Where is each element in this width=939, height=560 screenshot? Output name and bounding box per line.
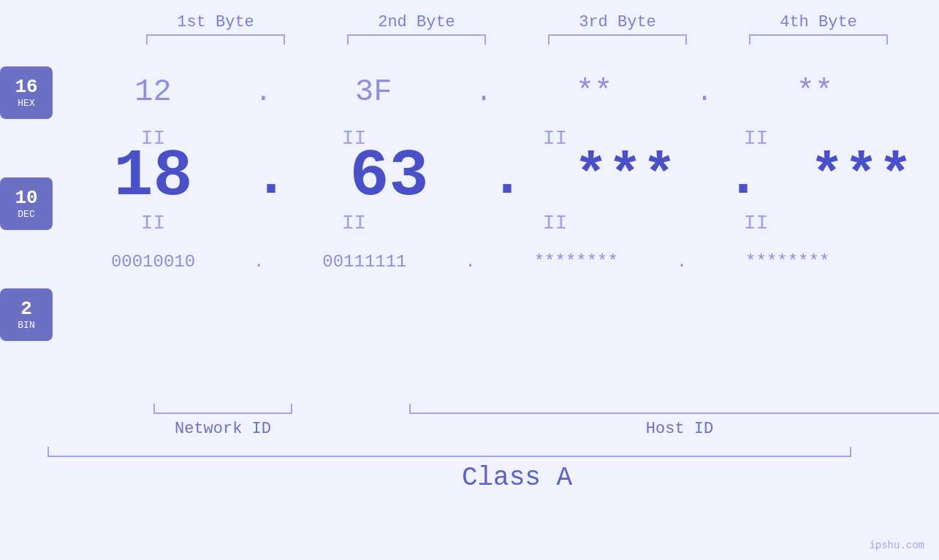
bin-badge-number: 2 (20, 299, 32, 320)
host-id-label: Host ID (398, 420, 939, 438)
id-labels-row: Network ID Host ID (47, 420, 939, 438)
bin-cell-1: 00010010 (53, 252, 254, 272)
network-bracket-line (153, 404, 292, 414)
main-area: 16 HEX 10 DEC 2 BIN 12 . 3F (0, 52, 939, 399)
dec-value-4: *** (810, 145, 912, 209)
hex-dot-2: . (476, 77, 493, 108)
bottom-brackets (47, 404, 939, 414)
bracket-1 (115, 34, 316, 45)
top-brackets (47, 34, 939, 45)
hex-row: 12 . 3F . ** . ** (53, 59, 939, 125)
hex-value-2: 3F (355, 74, 392, 110)
dec-badge-number: 10 (15, 188, 37, 209)
bracket-line-3 (548, 34, 687, 45)
hex-dot-3: . (696, 77, 713, 108)
bin-cell-2: 00111111 (264, 252, 465, 272)
dec-dot-3: . (726, 144, 761, 210)
bracket-2 (316, 34, 517, 45)
dec-value-2: 63 (350, 139, 429, 214)
hex-dot-1: . (255, 77, 272, 108)
badges-column: 16 HEX 10 DEC 2 BIN (0, 52, 53, 399)
bin-value-4: ******** (745, 252, 829, 272)
bin-cell-4: ******** (687, 252, 888, 272)
hex-badge-number: 16 (15, 77, 37, 98)
dec-cell-2: 63 (289, 139, 490, 214)
bin-badge: 2 BIN (0, 288, 53, 341)
watermark: ipshu.com (869, 540, 924, 551)
hex-cell-4: ** (714, 74, 915, 110)
bracket-line-1 (146, 34, 285, 45)
bin-value-2: 00111111 (322, 252, 406, 272)
hex-value-1: 12 (134, 74, 171, 110)
dec-dot-1: . (254, 144, 289, 210)
values-area: 12 . 3F . ** . ** II II II II (53, 52, 939, 399)
bracket-line-2 (347, 34, 486, 45)
bin-cell-3: ******** (476, 252, 677, 272)
hex-cell-3: ** (494, 74, 695, 110)
dec-row: 18 . 63 . *** . *** (53, 144, 939, 210)
dec-value-3: *** (574, 145, 676, 209)
network-bracket (47, 404, 398, 414)
hex-value-4: ** (797, 74, 833, 110)
bin-dot-2: . (465, 252, 475, 272)
bin-badge-label: BIN (18, 320, 34, 331)
bin-value-3: ******** (534, 252, 618, 272)
class-row: Class A (47, 463, 939, 493)
dec-badge: 10 DEC (0, 177, 53, 230)
byte-header-3: 3rd Byte (517, 13, 718, 31)
bin-dot-1: . (254, 252, 264, 272)
hex-cell-2: 3F (273, 74, 474, 110)
byte-header-2: 2nd Byte (316, 13, 517, 31)
hex-badge-label: HEX (18, 98, 34, 109)
hex-badge: 16 HEX (0, 66, 53, 119)
bin-row: 00010010 . 00111111 . ******** . *******… (53, 229, 939, 294)
host-bracket-line (409, 404, 939, 414)
byte-header-4: 4th Byte (718, 13, 919, 31)
main-container: 1st Byte 2nd Byte 3rd Byte 4th Byte 16 H… (0, 0, 939, 560)
dec-badge-label: DEC (18, 209, 34, 220)
bracket-3 (517, 34, 718, 45)
dec-dot-2: . (490, 144, 525, 210)
hex-cell-1: 12 (53, 74, 254, 110)
dec-cell-3: *** (525, 145, 726, 209)
host-bracket (398, 404, 939, 414)
class-bracket-row (47, 447, 939, 457)
byte-header-1: 1st Byte (115, 13, 316, 31)
bracket-line-4 (749, 34, 888, 45)
class-label: Class A (115, 463, 919, 493)
hex-value-3: ** (576, 74, 612, 110)
dec-value-1: 18 (113, 139, 192, 214)
bracket-4 (718, 34, 919, 45)
network-id-label: Network ID (47, 420, 398, 438)
bin-dot-3: . (677, 252, 687, 272)
bin-value-1: 00010010 (111, 252, 195, 272)
byte-headers-row: 1st Byte 2nd Byte 3rd Byte 4th Byte (47, 0, 939, 31)
class-bracket-line (47, 447, 851, 457)
dec-cell-4: *** (761, 145, 939, 209)
dec-cell-1: 18 (53, 139, 254, 214)
